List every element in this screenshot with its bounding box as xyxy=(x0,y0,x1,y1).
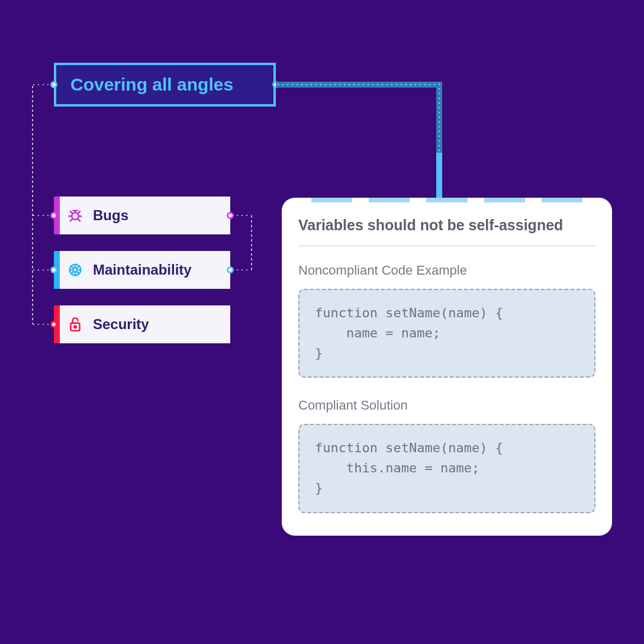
node-dot xyxy=(50,321,57,328)
category-label: Security xyxy=(93,316,149,333)
category-maintainability: Maintainability xyxy=(54,251,230,289)
connector-thick-horizontal xyxy=(276,82,439,88)
panel-accent xyxy=(311,198,582,202)
noncompliant-code: function setName(name) { name = name; } xyxy=(298,289,595,378)
connector-dotted-horizontal xyxy=(230,269,252,271)
title-box: Covering all angles xyxy=(54,63,276,107)
compliant-code: function setName(name) { this.name = nam… xyxy=(298,424,595,513)
connector-thick-vertical xyxy=(436,82,442,153)
compliant-title: Compliant Solution xyxy=(298,398,595,413)
node-dot xyxy=(50,212,57,219)
divider xyxy=(298,246,595,246)
connector-dotted-horizontal xyxy=(230,214,252,217)
category-label: Bugs xyxy=(93,207,128,224)
connector-dotted-horizontal xyxy=(31,83,54,86)
gear-icon xyxy=(67,262,83,278)
svg-point-4 xyxy=(74,326,76,328)
node-dot xyxy=(50,266,57,273)
lock-icon xyxy=(67,316,83,333)
rule-panel: Variables should not be self-assigned No… xyxy=(282,198,612,536)
category-security: Security xyxy=(54,305,230,343)
connector-dotted-vertical xyxy=(250,214,253,270)
rule-heading: Variables should not be self-assigned xyxy=(298,217,595,234)
category-label: Maintainability xyxy=(93,262,192,278)
connector-dotted-vertical xyxy=(31,85,34,324)
noncompliant-title: Noncompliant Code Example xyxy=(298,263,595,278)
connector-thick-vertical-solid xyxy=(436,153,442,202)
category-bugs: Bugs xyxy=(54,197,230,234)
title-text: Covering all angles xyxy=(70,75,233,95)
bug-icon xyxy=(67,207,83,224)
svg-point-2 xyxy=(73,268,78,272)
